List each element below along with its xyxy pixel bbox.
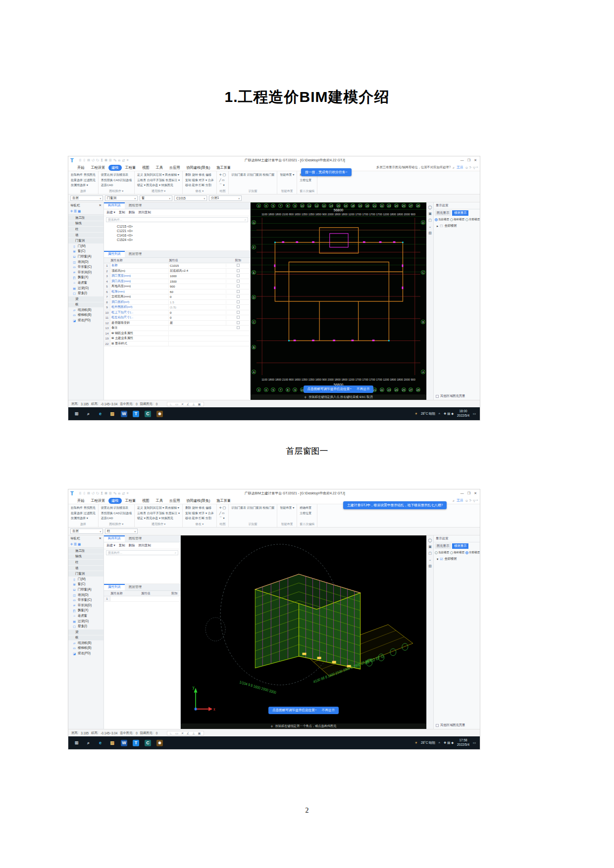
- close-button[interactable]: ✕: [474, 158, 477, 162]
- sidebar-item[interactable]: ∏飘窗(X): [68, 275, 103, 281]
- sidebar-item[interactable]: 门窗洞: [68, 571, 103, 577]
- edge-browser-icon[interactable]: e: [97, 411, 103, 417]
- menu-item[interactable]: 工程设置: [88, 498, 108, 504]
- sidebar-item[interactable]: 板: [68, 302, 103, 308]
- sidebar-item[interactable]: ▢壁龛(I): [68, 290, 103, 296]
- checkbox-icon[interactable]: [436, 724, 439, 727]
- gtj-app-icon[interactable]: T: [133, 411, 139, 417]
- taskbar-search-icon[interactable]: ⌕: [85, 411, 92, 417]
- menu-item[interactable]: 云应用: [166, 498, 183, 504]
- property-row[interactable]: 5 离地高度(mm) 900: [104, 284, 250, 289]
- sidebar-item[interactable]: ⊡门联窗(A): [68, 587, 103, 592]
- sidebar-item[interactable]: ⧄带形洞(D): [68, 603, 103, 608]
- search-icon[interactable]: ⌕: [453, 166, 455, 170]
- attach-checkbox[interactable]: [237, 295, 240, 298]
- drawing-canvas-3d[interactable]: AB CD EF G 4100 98 8 1600 2100 3300 2 29…: [181, 535, 426, 729]
- floor-display-radio[interactable]: 相邻楼层: [450, 551, 464, 554]
- attach-checkbox[interactable]: [237, 321, 240, 324]
- ribbon-buttons[interactable]: 识别门窗表 识别门窗洞 校核门窗: [231, 505, 274, 511]
- user-name[interactable]: 王洁: [457, 498, 463, 503]
- taskbar-search-icon[interactable]: ⌕: [85, 740, 92, 746]
- tab-element-display[interactable]: 图元显示: [435, 543, 451, 549]
- menu-item[interactable]: 工程量: [122, 165, 139, 171]
- floor-tree-row[interactable]: ▸ ☐ 全部楼层: [434, 222, 480, 230]
- checkbox-icon[interactable]: [436, 395, 439, 398]
- attach-checkbox[interactable]: [237, 280, 240, 283]
- component-list-button[interactable]: 删除: [129, 543, 135, 548]
- start-button[interactable]: ⊞: [73, 411, 80, 417]
- dropdown-select[interactable]: 首层▾: [70, 529, 103, 534]
- sidebar-item[interactable]: 梁: [68, 629, 103, 635]
- menu-item[interactable]: 开始: [74, 498, 87, 504]
- property-row[interactable]: 4 洞口高度(mm) 1500: [104, 279, 250, 285]
- component-list-button[interactable]: 新建 ▾: [106, 543, 115, 548]
- attach-checkbox[interactable]: [237, 316, 240, 319]
- menu-item[interactable]: 建模: [108, 165, 121, 171]
- view-tool-icon[interactable]: ▣: [428, 545, 432, 549]
- sidebar-item[interactable]: ◪坡道(PD): [68, 318, 103, 323]
- dropdown-select[interactable]: 首层▾: [70, 195, 103, 201]
- sidebar-item[interactable]: ▤过梁(G): [68, 286, 103, 291]
- close-button[interactable]: ✕: [474, 491, 477, 495]
- taskbar-app-icon[interactable]: ◉: [156, 411, 163, 417]
- sidebar-item[interactable]: ⌂老虎窗: [68, 280, 103, 286]
- property-row[interactable]: 11 框左右扣尺寸(... 0: [104, 315, 250, 321]
- menu-item[interactable]: 工具: [153, 498, 165, 504]
- sidebar-item[interactable]: 柱: [68, 227, 103, 232]
- menu-item[interactable]: 协同建模(限免): [183, 165, 213, 171]
- component-list-item[interactable]: C1215 <0>: [104, 224, 250, 229]
- dismiss-tooltip-link[interactable]: 不再提示: [322, 708, 335, 713]
- sidebar-item[interactable]: ◫墙洞(D): [68, 592, 103, 598]
- tab-property-list[interactable]: 属性列表: [104, 251, 125, 257]
- sidebar-item[interactable]: ⊞窗(C): [68, 582, 103, 587]
- ribbon-buttons[interactable]: 定义 复制到其它层 ▾ 两点辅轴 ▾ 云检查 自动平齐顶板 长度标注 ▾ 锁定 …: [137, 505, 180, 521]
- floor-display-radio[interactable]: 当前楼层: [435, 551, 449, 554]
- floor-display-radio[interactable]: 全部楼层: [465, 218, 480, 221]
- menu-item[interactable]: 建模: [108, 498, 121, 504]
- property-row[interactable]: 3 洞口宽度(mm) 1000: [104, 274, 250, 279]
- maximize-button[interactable]: ❐: [467, 491, 470, 495]
- component-list-item[interactable]: C1416 <0>: [104, 233, 250, 238]
- dropdown-select[interactable]: 柱▾: [105, 529, 138, 534]
- view-tool-icon[interactable]: ⌄: [429, 558, 432, 562]
- canvas-tooltip[interactable]: 点击图标可调节提示信息位置~不再提示: [268, 707, 339, 714]
- property-row[interactable]: 6 框厚(mm) 60: [104, 289, 250, 295]
- floor-display-radio[interactable]: 当前楼层: [435, 218, 449, 221]
- quick-access-toolbar[interactable]: ⍐ ▯ ▤ ↺ ↻ Σ ▦ ▥ ✎ ⊟ ⇄ =: [79, 158, 129, 162]
- sidebar-item[interactable]: ▤过梁(G): [68, 619, 103, 624]
- ribbon-buttons[interactable]: 智能布置 ▾: [280, 172, 294, 178]
- ribbon-buttons[interactable]: ✛ ◯ ╱ ▭ ⌒ ▾: [219, 505, 226, 521]
- help-search-text[interactable]: 多层三维显示图元/轴网有错位，位置不对应如何处理?: [376, 165, 451, 170]
- maximize-button[interactable]: ❐: [467, 158, 470, 162]
- property-row[interactable]: 19 ⊞ 土建业务属性: [104, 336, 250, 341]
- floor-display-radio[interactable]: 相邻楼层: [450, 218, 464, 221]
- sidebar-item[interactable]: 墙: [68, 566, 103, 571]
- tray-expand-caret[interactable]: ^: [439, 741, 440, 745]
- floor-checkbox[interactable]: ☐: [440, 224, 443, 228]
- search-icon[interactable]: ⌕: [453, 499, 455, 503]
- minimize-button[interactable]: —: [460, 158, 464, 162]
- property-row[interactable]: 14 ⊞ 钢筋业务属性: [104, 331, 250, 337]
- clock[interactable]: 17:582022/5/4: [457, 738, 469, 747]
- ribbon-buttons[interactable]: 拾取构件 查找图元 批量选择 过滤图元 按属性选择 ▾: [71, 172, 96, 188]
- ribbon-buttons[interactable]: 删除 旋转 修改 偏移 复制 镜像 对齐 ▾ 合并 移动 延伸 打断 分割: [185, 172, 214, 188]
- attach-checkbox[interactable]: [237, 274, 240, 277]
- close-icon[interactable]: ✕: [99, 203, 102, 208]
- sidebar-item[interactable]: ▢壁龛(I): [68, 624, 103, 629]
- ribbon-buttons[interactable]: 拾取构件 查找图元 批量选择 过滤图元 按属性选择 ▾: [71, 505, 96, 521]
- sidebar-item[interactable]: ⧄带形洞(D): [68, 270, 103, 275]
- component-list-item[interactable]: C1524 <0>: [104, 238, 250, 242]
- property-row[interactable]: 22 ⊞ 显示样式: [104, 341, 250, 347]
- component-list-button[interactable]: 复制: [119, 543, 125, 548]
- sidebar-item[interactable]: 墙: [68, 233, 103, 238]
- sidebar-item[interactable]: 轴线: [68, 554, 103, 560]
- sidebar-item[interactable]: ⌂老虎窗: [68, 613, 103, 619]
- sidebar-item[interactable]: ◫墙洞(D): [68, 259, 103, 265]
- property-row[interactable]: 2 顶标高(m) 层底标高+2.4: [104, 269, 250, 274]
- property-row[interactable]: 7 立樘距离(mm) 0: [104, 294, 250, 300]
- word-icon[interactable]: W: [121, 740, 127, 746]
- ribbon-buttons[interactable]: 删除 旋转 修改 偏移 复制 镜像 对齐 ▾ 合并 移动 延伸 打断 分割: [185, 505, 214, 521]
- gtj-app-icon[interactable]: T: [133, 740, 139, 746]
- snap-tools[interactable]: ∟ ▭ ✕ ∠ ⊥ ▣: [167, 402, 204, 406]
- tab-floor-display[interactable]: 楼层显示: [452, 210, 468, 216]
